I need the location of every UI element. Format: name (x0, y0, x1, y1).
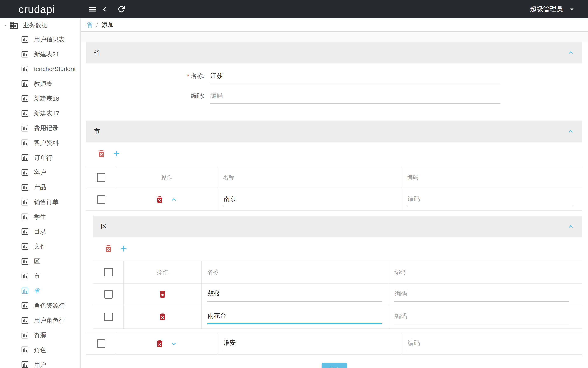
sidebar-item-产品[interactable]: 产品 (0, 180, 80, 195)
header-select-all-cell (86, 166, 116, 189)
sidebar-item-销售订单[interactable]: 销售订单 (0, 195, 80, 210)
sidebar-item-市[interactable]: 市 (0, 269, 80, 283)
table-chart-icon (20, 271, 29, 281)
sidebar-item-新建表18[interactable]: 新建表18 (0, 91, 80, 106)
city-code-input[interactable] (407, 336, 573, 351)
table-chart-icon (20, 153, 29, 162)
district-delete-selected-button[interactable] (104, 244, 113, 253)
row-checkbox[interactable] (104, 313, 113, 321)
table-chart-icon (20, 331, 29, 340)
sidebar-item-用户角色行[interactable]: 用户角色行 (0, 313, 80, 328)
breadcrumb-separator: / (96, 22, 98, 28)
city-name-input[interactable] (223, 336, 393, 351)
sidebar-item-label: 教师表 (34, 80, 52, 88)
expand-row-icon[interactable] (169, 340, 178, 348)
city-delete-selected-button[interactable] (97, 149, 106, 158)
back-icon[interactable] (100, 5, 109, 14)
collapse-up-icon[interactable] (567, 127, 575, 136)
breadcrumb-gap (81, 32, 588, 42)
row-select-cell (86, 189, 116, 210)
sidebar-item-label: 角色 (34, 346, 46, 354)
user-dropdown-caret-icon[interactable] (568, 5, 576, 14)
table-chart-icon (20, 50, 29, 59)
table-chart-icon (20, 316, 29, 325)
table-chart-icon (20, 79, 29, 88)
table-chart-icon (20, 94, 29, 103)
name-field-label: *名称: (86, 72, 205, 84)
tree-expander-icon[interactable] (2, 22, 9, 29)
sidebar-item-label: 销售订单 (34, 198, 58, 206)
sidebar-item-label: 新建表18 (34, 94, 59, 103)
sidebar-item-角色资源行[interactable]: 角色资源行 (0, 298, 80, 313)
collapse-up-icon[interactable] (567, 222, 575, 231)
sidebar-item-label: 客户资料 (34, 139, 58, 147)
table-chart-icon (20, 109, 29, 118)
sidebar-item-教师表[interactable]: 教师表 (0, 76, 80, 91)
district-code-input[interactable] (394, 287, 569, 302)
row-checkbox[interactable] (97, 340, 105, 348)
table-chart-icon (20, 212, 29, 221)
sidebar-item-新建表17[interactable]: 新建表17 (0, 106, 80, 121)
row-select-cell (93, 305, 124, 328)
sidebar-item-资源[interactable]: 资源 (0, 328, 80, 342)
sidebar-item-角色[interactable]: 角色 (0, 342, 80, 357)
district-code-input[interactable] (394, 310, 569, 324)
district-table-header-row: 操作 名称 编码 (93, 261, 582, 284)
city-add-row-button[interactable] (112, 149, 121, 158)
sidebar-item-用户[interactable]: 用户 (0, 357, 80, 368)
province-code-input[interactable] (210, 89, 501, 104)
table-chart-icon (20, 345, 29, 354)
sidebar-item-label: teacherStudent (34, 65, 76, 73)
sidebar-item-目录[interactable]: 目录 (0, 224, 80, 239)
delete-row-button[interactable] (158, 290, 167, 299)
save-button[interactable]: 保存 (322, 363, 347, 368)
refresh-icon[interactable] (117, 5, 126, 14)
code-field-label: 编码: (86, 92, 205, 104)
sidebar-item-费用记录[interactable]: 费用记录 (0, 121, 80, 136)
section-header-city[interactable]: 市 (86, 120, 582, 142)
row-checkbox[interactable] (104, 290, 113, 299)
section-header-province[interactable]: 省 (86, 42, 582, 64)
content-area: 省 *名称: 编码: 市 (81, 42, 588, 368)
section-header-district[interactable]: 区 (93, 216, 582, 237)
section-title-city: 市 (94, 127, 100, 136)
city-code-input[interactable] (407, 192, 573, 207)
sidebar-item-订单行[interactable]: 订单行 (0, 150, 80, 165)
sidebar-group-business-data[interactable]: 业务数据 (0, 18, 80, 32)
breadcrumb-link-province[interactable]: 省 (86, 21, 93, 29)
sidebar-item-文件[interactable]: 文件 (0, 239, 80, 254)
city-name-input[interactable] (223, 192, 393, 207)
collapse-row-icon[interactable] (169, 195, 178, 204)
sidebar-item-客户[interactable]: 客户 (0, 165, 80, 180)
district-name-input[interactable] (207, 287, 382, 302)
sidebar-group-label: 业务数据 (23, 21, 48, 30)
sidebar-item-省[interactable]: 省 (0, 283, 80, 298)
province-name-input[interactable] (210, 69, 501, 84)
user-menu[interactable]: 超级管理员 (530, 5, 588, 14)
sidebar-item-label: 区 (34, 257, 40, 266)
delete-row-button[interactable] (158, 312, 167, 321)
sidebar-item-新建表21[interactable]: 新建表21 (0, 47, 80, 62)
column-header-code: 编码 (389, 261, 582, 283)
row-checkbox[interactable] (97, 195, 105, 204)
sidebar-item-label: 新建表17 (34, 109, 59, 118)
collapse-up-icon[interactable] (567, 48, 575, 57)
city-table-header-row: 操作 名称 编码 (86, 166, 582, 189)
select-all-checkbox[interactable] (104, 268, 113, 276)
breadcrumb: 省 / 添加 (81, 18, 588, 32)
district-add-row-button[interactable] (119, 244, 128, 253)
table-chart-icon (20, 64, 29, 74)
row-operation-cell (116, 333, 217, 354)
city-row-nanjing (86, 189, 582, 211)
delete-row-button[interactable] (155, 195, 164, 204)
select-all-checkbox[interactable] (97, 173, 105, 182)
sidebar-item-客户资料[interactable]: 客户资料 (0, 136, 80, 150)
district-name-input-focused[interactable] (207, 310, 382, 324)
delete-row-button[interactable] (155, 339, 164, 348)
sidebar-item-label: 费用记录 (34, 124, 58, 132)
menu-icon[interactable] (88, 5, 97, 14)
sidebar-item-用户信息表[interactable]: 用户信息表 (0, 32, 80, 47)
sidebar-item-区[interactable]: 区 (0, 254, 80, 269)
sidebar-item-学生[interactable]: 学生 (0, 210, 80, 224)
sidebar-item-teacherStudent[interactable]: teacherStudent (0, 62, 80, 76)
